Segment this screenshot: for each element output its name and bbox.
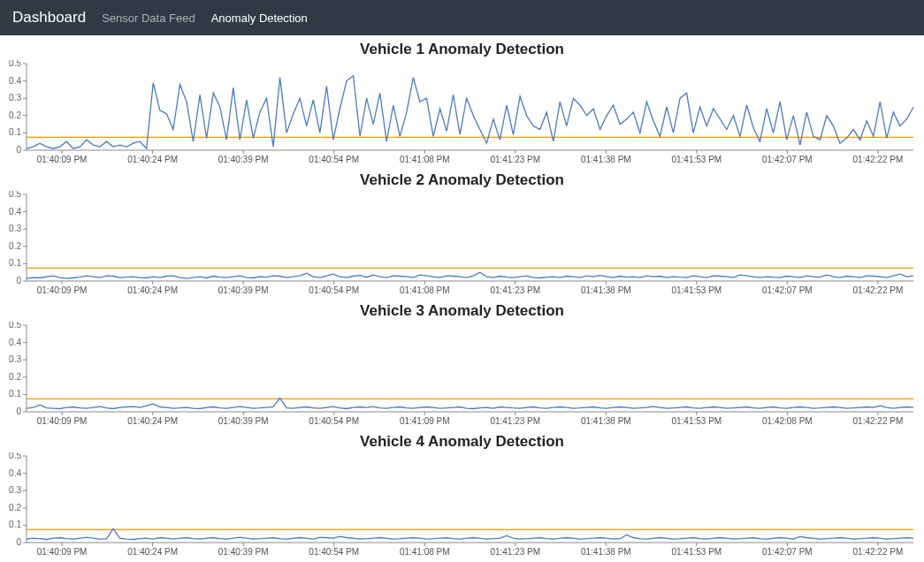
x-tick-label: 01:40:09 PM <box>37 285 88 295</box>
x-tick-label: 01:42:07 PM <box>762 285 813 295</box>
y-tick-label: 0.4 <box>9 468 21 478</box>
series-line <box>27 528 913 539</box>
x-tick-label: 01:41:23 PM <box>490 416 540 426</box>
chart-4: Vehicle 4 Anomaly Detection00.10.20.30.4… <box>0 428 924 558</box>
x-tick-label: 01:40:39 PM <box>218 155 269 164</box>
series-line <box>27 272 913 278</box>
y-tick-label: 0 <box>16 537 21 547</box>
x-tick-label: 01:41:38 PM <box>581 285 631 295</box>
x-tick-label: 01:41:23 PM <box>490 155 540 164</box>
app-title: Dashboard <box>12 9 86 27</box>
chart-title: Vehicle 2 Anomaly Detection <box>0 171 924 189</box>
x-tick-label: 01:41:38 PM <box>581 155 631 164</box>
y-tick-label: 0.2 <box>9 503 21 513</box>
series-line <box>27 398 913 408</box>
x-tick-label: 01:40:24 PM <box>127 155 178 164</box>
y-tick-label: 0.1 <box>9 520 21 529</box>
x-tick-label: 01:40:39 PM <box>218 547 269 557</box>
x-tick-label: 01:41:53 PM <box>671 416 722 426</box>
x-tick-label: 01:42:08 PM <box>762 416 813 426</box>
x-tick-label: 01:40:54 PM <box>309 416 359 426</box>
chart-svg: 00.10.20.30.40.501:40:09 PM01:40:24 PM01… <box>0 322 924 428</box>
x-tick-label: 01:40:09 PM <box>37 416 88 426</box>
y-tick-label: 0.5 <box>9 452 21 460</box>
x-tick-label: 01:42:22 PM <box>853 547 904 557</box>
y-tick-label: 0 <box>16 276 21 285</box>
y-tick-label: 0.5 <box>9 191 21 199</box>
x-tick-label: 01:42:22 PM <box>853 155 904 164</box>
chart-title: Vehicle 4 Anomaly Detection <box>0 433 924 451</box>
y-tick-label: 0.4 <box>9 76 21 86</box>
x-tick-label: 01:41:23 PM <box>490 285 540 295</box>
chart-svg: 00.10.20.30.40.501:40:09 PM01:40:24 PM01… <box>0 60 924 166</box>
x-tick-label: 01:40:39 PM <box>218 285 269 295</box>
x-tick-label: 01:41:08 PM <box>400 547 450 557</box>
x-tick-label: 01:41:53 PM <box>671 155 722 164</box>
y-tick-label: 0 <box>16 406 21 416</box>
y-tick-label: 0.2 <box>9 241 21 251</box>
x-tick-label: 01:40:39 PM <box>218 416 269 426</box>
y-tick-label: 0.5 <box>9 322 21 330</box>
x-tick-label: 01:41:38 PM <box>581 416 631 426</box>
x-tick-label: 01:41:08 PM <box>400 285 450 295</box>
chart-svg: 00.10.20.30.40.501:40:09 PM01:40:24 PM01… <box>0 191 924 297</box>
y-tick-label: 0.3 <box>9 485 21 495</box>
x-tick-label: 01:41:38 PM <box>581 547 631 557</box>
x-tick-label: 01:40:54 PM <box>309 285 359 295</box>
x-tick-label: 01:41:08 PM <box>400 155 450 164</box>
y-tick-label: 0.1 <box>9 389 21 399</box>
chart-svg: 00.10.20.30.40.501:40:09 PM01:40:24 PM01… <box>0 452 924 558</box>
y-tick-label: 0.4 <box>9 207 21 216</box>
x-tick-label: 01:41:53 PM <box>671 547 722 557</box>
chart-title: Vehicle 3 Anomaly Detection <box>0 302 924 320</box>
x-tick-label: 01:42:07 PM <box>762 155 813 164</box>
nav-link-sensor-data-feed[interactable]: Sensor Data Feed <box>102 11 195 25</box>
chart-1: Vehicle 1 Anomaly Detection00.10.20.30.4… <box>0 35 924 166</box>
y-tick-label: 0.4 <box>9 338 21 347</box>
nav-link-anomaly-detection[interactable]: Anomaly Detection <box>211 11 308 25</box>
x-tick-label: 01:40:24 PM <box>127 285 178 295</box>
charts-container: Vehicle 1 Anomaly Detection00.10.20.30.4… <box>0 35 924 562</box>
x-tick-label: 01:41:53 PM <box>671 285 722 295</box>
x-tick-label: 01:42:22 PM <box>853 416 904 426</box>
y-tick-label: 0.3 <box>9 224 21 233</box>
x-tick-label: 01:40:24 PM <box>127 547 178 557</box>
y-tick-label: 0.1 <box>9 127 21 137</box>
y-tick-label: 0.2 <box>9 372 21 382</box>
y-tick-label: 0.3 <box>9 93 21 103</box>
y-tick-label: 0.5 <box>9 60 21 68</box>
chart-2: Vehicle 2 Anomaly Detection00.10.20.30.4… <box>0 166 924 297</box>
y-tick-label: 0.3 <box>9 354 21 364</box>
chart-3: Vehicle 3 Anomaly Detection00.10.20.30.4… <box>0 297 924 428</box>
y-tick-label: 0.2 <box>9 110 21 120</box>
x-tick-label: 01:41:23 PM <box>490 547 540 557</box>
x-tick-label: 01:41:09 PM <box>400 416 450 426</box>
x-tick-label: 01:40:24 PM <box>127 416 178 426</box>
chart-title: Vehicle 1 Anomaly Detection <box>0 41 924 58</box>
y-tick-label: 0.1 <box>9 258 21 268</box>
x-tick-label: 01:42:07 PM <box>762 547 813 557</box>
x-tick-label: 01:40:09 PM <box>37 155 88 164</box>
y-tick-label: 0 <box>16 145 21 155</box>
x-tick-label: 01:40:09 PM <box>37 547 88 557</box>
x-tick-label: 01:40:54 PM <box>309 155 359 164</box>
x-tick-label: 01:42:22 PM <box>853 285 904 295</box>
x-tick-label: 01:40:54 PM <box>309 547 359 557</box>
top-navbar: Dashboard Sensor Data Feed Anomaly Detec… <box>0 0 924 35</box>
